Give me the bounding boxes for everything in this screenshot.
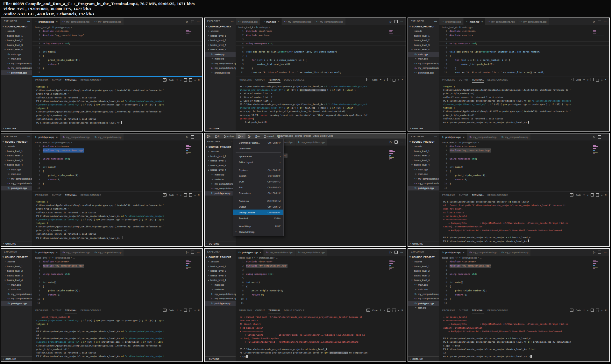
run-button[interactable]: ▷ <box>593 135 595 139</box>
outline-section[interactable]: ›OUTLINE <box>1 356 32 361</box>
outline-section[interactable]: ›OUTLINE <box>1 241 32 246</box>
more-actions-icon[interactable]: ⋯ <box>434 250 437 253</box>
tree-item-prototypes-cpp[interactable]: C+prototypes.cpp <box>1 70 32 75</box>
tab-main-cpp[interactable]: C+main.cpp× <box>260 18 282 25</box>
panel-tab-output[interactable]: OUTPUT <box>255 307 265 313</box>
tree-item-my-computations-cpp[interactable]: C+my_computations.cpp <box>1 176 32 181</box>
tree-item--vscode[interactable]: ›.vscode <box>1 260 32 264</box>
chevron-up-icon[interactable]: ∧ <box>601 194 602 196</box>
tree-item-my-computations-cpp[interactable]: C+my_computations.cpp <box>205 292 236 296</box>
new-terminal-icon[interactable]: + <box>583 78 585 81</box>
chevron-up-icon[interactable]: ∧ <box>398 309 399 311</box>
close-icon[interactable]: × <box>605 309 607 312</box>
tree-item-main-exe[interactable]: ≡main.exe <box>1 287 32 292</box>
more-actions-icon[interactable]: ⋯ <box>604 135 607 139</box>
close-icon[interactable]: × <box>278 20 280 23</box>
tree-item-main-cpp[interactable]: C+main.cpp <box>205 52 236 57</box>
close-icon[interactable]: × <box>401 78 403 81</box>
tree-item-my-computations-cpp[interactable]: C+my_computations.cpp <box>408 176 439 181</box>
tree-item-my-computations-hpp[interactable]: C+my_computations.hpp <box>1 181 32 186</box>
trash-icon[interactable] <box>596 79 599 82</box>
minimap[interactable] <box>389 150 404 161</box>
more-actions-icon[interactable]: ⋯ <box>400 251 403 254</box>
tree-item-main-cpp[interactable]: C+main.cpp <box>205 172 236 177</box>
tree-item-main-cpp[interactable]: C+main.cpp <box>408 167 439 172</box>
menubar-item-file[interactable]: File <box>205 133 213 139</box>
tab-my-computations-cpp[interactable]: C+my_computations.cpp <box>92 133 124 140</box>
close-icon[interactable]: × <box>198 193 200 196</box>
tree-item-main-exe[interactable]: ≡main.exe <box>205 287 236 292</box>
run-button[interactable]: ▷ <box>593 251 595 254</box>
breadcrumb-file[interactable]: prototypes.cpp <box>462 141 477 144</box>
trash-icon[interactable] <box>393 310 395 312</box>
new-terminal-icon[interactable]: + <box>583 193 585 196</box>
minimap[interactable] <box>593 145 607 156</box>
panel-tab-problems[interactable]: PROBLEMS <box>442 307 455 313</box>
panel-tab-problems[interactable]: PROBLEMS <box>35 192 48 198</box>
tree-item-my-computations-hpp[interactable]: C+my_computations.hpp <box>1 296 32 301</box>
more-actions-icon[interactable]: ⋯ <box>604 251 607 254</box>
new-terminal-icon[interactable]: + <box>380 309 381 312</box>
tree-item-my-computations-cpp[interactable]: C+my_computations.cpp <box>205 61 236 66</box>
terminal-profile-icon[interactable]: >_ <box>163 78 167 82</box>
close-icon[interactable]: × <box>56 251 58 254</box>
split-editor-icon[interactable] <box>191 251 194 254</box>
code-editor[interactable]: 1#include <iostream>2#include "my_comput… <box>32 260 202 307</box>
tree-item-basics-level-1[interactable]: ›basics_level_1 <box>408 264 439 269</box>
tree-item-basics-level-1[interactable]: ›basics_level_1 <box>408 149 439 153</box>
terminal-profile-icon[interactable]: >_ <box>570 193 573 196</box>
tab-prototypes-cpp[interactable]: C+prototypes.cpp× <box>439 133 467 140</box>
close-icon[interactable]: × <box>56 20 58 23</box>
tree-item-basics-level-4[interactable]: ∨basics_level_4 <box>408 278 439 283</box>
tab-my-computations-cpp[interactable]: C+my_computations.cpp <box>499 249 531 256</box>
more-actions-icon[interactable]: ⋯ <box>27 20 30 23</box>
breadcrumb-symbol[interactable]: ... <box>271 26 273 28</box>
panel-tab-problems[interactable]: PROBLEMS <box>35 307 48 313</box>
split-terminal-icon[interactable] <box>184 78 187 82</box>
minimap[interactable] <box>186 145 201 156</box>
tree-item-basics-level-3[interactable]: ›basics_level_3 <box>408 273 439 278</box>
run-button[interactable]: ▷ <box>186 20 188 23</box>
tree-item-my-computations-hpp[interactable]: C+my_computations.hpp <box>408 296 439 301</box>
tree-item-my-computations-hpp[interactable]: C+my_computations.hpp <box>408 181 439 186</box>
new-terminal-icon[interactable]: + <box>176 309 178 312</box>
breadcrumb-file[interactable]: prototypes.cpp <box>55 141 70 144</box>
tree-item-course-project[interactable]: ∨COURSE_PROJECT <box>1 139 32 144</box>
tree-item-basics-level-1[interactable]: ›basics_level_1 <box>205 264 236 269</box>
panel-tab-output[interactable]: OUTPUT <box>52 192 61 198</box>
tab-prototypes-cpp[interactable]: C+prototypes.cpp× <box>32 249 60 256</box>
trash-icon[interactable] <box>596 310 599 312</box>
terminal-profile-icon[interactable]: >_ <box>366 309 370 312</box>
tab-main-cpp[interactable]: C+main.cpp× <box>464 18 485 25</box>
outline-section[interactable]: ›OUTLINE <box>408 356 439 361</box>
chevron-down-icon[interactable]: ∨ <box>384 309 385 311</box>
close-icon[interactable]: × <box>198 309 200 312</box>
panel-tab-terminal[interactable]: TERMINAL <box>268 76 281 83</box>
new-terminal-icon[interactable]: + <box>176 193 178 196</box>
tree-item--vscode[interactable]: ›.vscode <box>408 144 439 149</box>
split-editor-icon[interactable] <box>598 251 601 254</box>
more-actions-icon[interactable]: ⋯ <box>197 251 200 254</box>
tree-item--vscode[interactable]: ›.vscode <box>1 144 32 149</box>
new-terminal-icon[interactable]: + <box>176 78 178 82</box>
outline-section[interactable]: ›OUTLINE <box>408 126 439 131</box>
terminal-profile-icon[interactable]: >_ <box>163 309 167 312</box>
breadcrumb-folder[interactable]: basics_level_4 <box>35 141 50 144</box>
chevron-down-icon[interactable]: ∨ <box>587 194 588 196</box>
breadcrumb-file[interactable]: prototypes.cpp <box>55 257 70 259</box>
tree-item-basics-level-3[interactable]: ›basics_level_3 <box>1 158 32 163</box>
minimap[interactable] <box>593 30 607 41</box>
breadcrumb-symbol[interactable]: ... <box>480 257 482 259</box>
terminal-output[interactable]: print_triple_number(4);s\course_project\… <box>32 313 202 361</box>
split-editor-icon[interactable] <box>598 135 601 139</box>
tab-prototypes-cpp[interactable]: C+prototypes.cpp× <box>32 18 60 25</box>
more-actions-icon[interactable]: ⋯ <box>27 250 30 253</box>
tree-item-my-computations-cpp[interactable]: C+my_computations.cpp <box>1 292 32 296</box>
panel-tab-output[interactable]: OUTPUT <box>459 76 468 83</box>
tree-item-basics-level-4[interactable]: ∨basics_level_4 <box>408 47 439 52</box>
split-terminal-icon[interactable] <box>184 193 187 196</box>
run-button[interactable]: ▷ <box>390 140 392 144</box>
outline-section[interactable]: ›OUTLINE <box>205 126 236 131</box>
panel-tab-output[interactable]: OUTPUT <box>255 76 265 83</box>
tree-item-basics-level-2[interactable]: ›basics_level_2 <box>205 159 236 163</box>
